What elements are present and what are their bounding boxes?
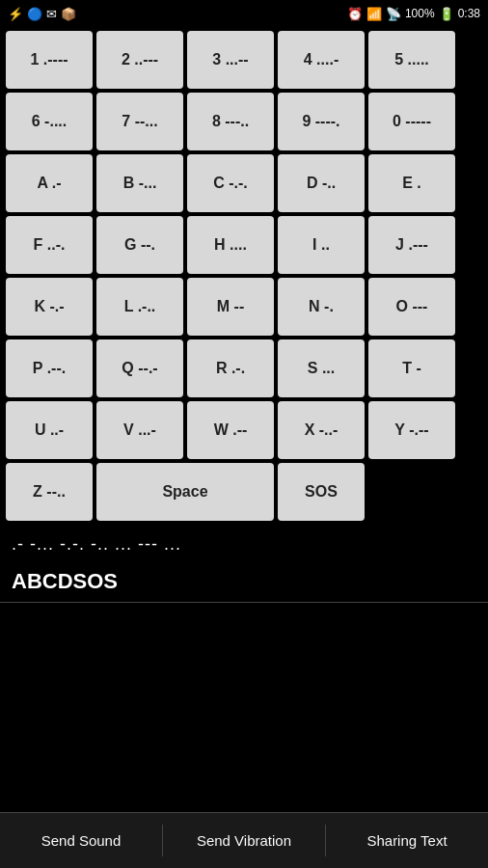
key-P[interactable]: P .--.	[6, 339, 93, 397]
wifi-icon: 📶	[366, 7, 382, 21]
status-bar-right: ⏰ 📶 📡 100% 🔋 0:38	[347, 7, 480, 21]
key-6[interactable]: 6 -....	[6, 93, 93, 150]
key-row-8: Z --.. Space SOS	[6, 463, 482, 521]
key-J[interactable]: J .---	[368, 216, 455, 274]
key-row-4: F ..-. G --. H .... I .. J .---	[6, 216, 482, 274]
key-D[interactable]: D -..	[278, 154, 365, 212]
status-time: 0:38	[458, 7, 480, 20]
key-X[interactable]: X -..-	[278, 401, 365, 459]
email-icon: ✉	[46, 7, 57, 21]
key-H[interactable]: H ....	[187, 216, 274, 274]
key-row-2: 6 -.... 7 --... 8 ---.. 9 ----. 0 -----	[6, 93, 482, 150]
signal-icon: 📡	[386, 7, 401, 21]
key-I[interactable]: I ..	[278, 216, 365, 274]
key-row-7: U ..- V ...- W .-- X -..- Y -.--	[6, 401, 482, 459]
keyboard-area: 1 .---- 2 ..--- 3 ...-- 4 ....- 5 ..... …	[0, 27, 488, 525]
key-8[interactable]: 8 ---..	[187, 93, 274, 150]
key-A[interactable]: A .-	[6, 154, 93, 212]
key-0[interactable]: 0 -----	[368, 93, 455, 150]
key-7[interactable]: 7 --...	[96, 93, 183, 150]
key-row-6: P .--. Q --.- R .-. S ... T -	[6, 339, 482, 397]
divider	[0, 602, 488, 603]
key-sos[interactable]: SOS	[278, 463, 365, 521]
key-9[interactable]: 9 ----.	[278, 93, 365, 150]
key-Y[interactable]: Y -.--	[368, 401, 455, 459]
key-4[interactable]: 4 ....-	[278, 31, 365, 89]
action-bar: Send Sound Send Vibration Sharing Text	[0, 812, 488, 868]
key-B[interactable]: B -...	[96, 154, 183, 212]
key-row-5: K -.- L .-.. M -- N -. O ---	[6, 278, 482, 336]
key-Z[interactable]: Z --..	[6, 463, 93, 521]
key-V[interactable]: V ...-	[96, 401, 183, 459]
key-M[interactable]: M --	[187, 278, 274, 336]
key-5[interactable]: 5 .....	[368, 31, 455, 89]
alarm-icon: ⏰	[347, 7, 363, 21]
key-E[interactable]: E .	[368, 154, 455, 212]
key-W[interactable]: W .--	[187, 401, 274, 459]
key-T[interactable]: T -	[368, 339, 455, 397]
key-N[interactable]: N -.	[278, 278, 365, 336]
package-icon: 📦	[61, 7, 76, 21]
key-G[interactable]: G --.	[96, 216, 183, 274]
text-output: ABCDSOS	[0, 563, 488, 602]
sharing-text-button[interactable]: Sharing Text	[326, 825, 488, 856]
key-space[interactable]: Space	[96, 463, 274, 521]
key-S[interactable]: S ...	[278, 339, 365, 397]
key-F[interactable]: F ..-.	[6, 216, 93, 274]
key-row-1: 1 .---- 2 ..--- 3 ...-- 4 ....- 5 .....	[6, 31, 482, 89]
battery-icon: 🔋	[439, 7, 454, 21]
key-Q[interactable]: Q --.-	[96, 339, 183, 397]
morse-output: .- -... -.-. -.. ... --- ...	[0, 525, 488, 563]
usb-icon: ⚡	[8, 7, 23, 21]
key-U[interactable]: U ..-	[6, 401, 93, 459]
send-sound-button[interactable]: Send Sound	[0, 825, 163, 856]
key-O[interactable]: O ---	[368, 278, 455, 336]
key-row-3: A .- B -... C -.-. D -.. E .	[6, 154, 482, 212]
status-bar-left: ⚡ 🔵 ✉ 📦	[8, 7, 76, 21]
key-3[interactable]: 3 ...--	[187, 31, 274, 89]
battery-percent: 100%	[405, 7, 435, 20]
key-K[interactable]: K -.-	[6, 278, 93, 336]
send-vibration-button[interactable]: Send Vibration	[163, 825, 326, 856]
key-2[interactable]: 2 ..---	[96, 31, 183, 89]
status-bar: ⚡ 🔵 ✉ 📦 ⏰ 📶 📡 100% 🔋 0:38	[0, 0, 488, 27]
key-1[interactable]: 1 .----	[6, 31, 93, 89]
key-C[interactable]: C -.-.	[187, 154, 274, 212]
key-L[interactable]: L .-..	[96, 278, 183, 336]
bluetooth-icon: 🔵	[27, 7, 42, 21]
key-R[interactable]: R .-.	[187, 339, 274, 397]
